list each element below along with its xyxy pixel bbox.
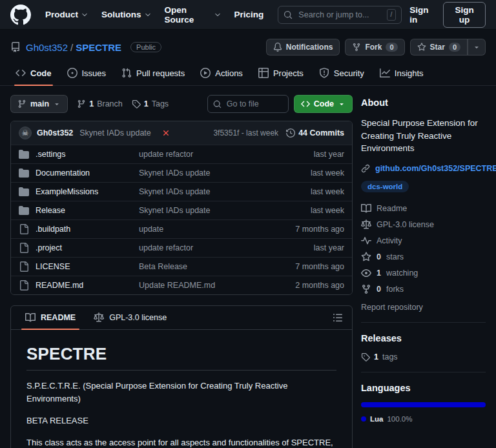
tab-pull-requests[interactable]: Pull requests [114,62,192,85]
search-icon [213,100,222,108]
languages-bar[interactable] [361,402,486,407]
sidebar-meta-gpl-3-0-license[interactable]: GPL-3.0 license [361,218,486,232]
nav-item-solutions[interactable]: Solutions [96,6,157,23]
releases-tags-link[interactable]: 1tags [361,352,486,361]
file-name-link[interactable]: LICENSE [36,262,139,271]
about-title: About [361,97,486,108]
repo-website-link[interactable]: github.com/Gh0st352/SPECTRE [375,164,496,173]
commit-author-avatar[interactable]: ☠ [19,127,32,139]
repo-header: Gh0st352/SPECTRE Public Notifications Fo… [0,30,496,62]
commit-message-link[interactable]: Skynet IADs update [79,128,150,137]
global-search[interactable]: / [278,6,402,24]
file-row-documentation[interactable]: DocumentationSkynet IADs updatelast week [11,163,352,182]
top-navigation: ProductSolutionsOpen SourcePricing / Sig… [0,0,496,30]
file-row-license[interactable]: LICENSEBeta Release7 months ago [11,257,352,276]
file-commit-message[interactable]: Update README.md [139,281,273,290]
file-name-link[interactable]: Release [36,206,139,215]
file-row-examplemissions[interactable]: ExampleMissionsSkynet IADs updatelast we… [11,182,352,201]
notifications-button[interactable]: Notifications [266,39,340,56]
readme-content: SPECTRE S.P.E.C.T.R.E. (Special Purpose … [11,330,352,448]
history-icon [286,128,295,137]
file-commit-message[interactable]: Skynet IADs update [139,206,273,215]
file-commit-message[interactable]: Skynet IADs update [139,187,273,196]
commit-meta: 3f5351f - last week 44 Commits [213,128,344,137]
sign-in-link[interactable]: Sign in [409,5,435,25]
git-pull-request-icon [121,68,132,78]
tab-security[interactable]: Security [311,62,372,85]
code-download-button[interactable]: Code [294,95,353,113]
file-row-settings[interactable]: .settingsupdate refactorlast year [11,145,352,163]
file-name-link[interactable]: .settings [36,150,139,159]
nav-item-open-source[interactable]: Open Source [160,1,227,28]
readme-outline-icon[interactable] [329,310,347,325]
branch-selector-button[interactable]: main [10,95,68,113]
file-commit-message[interactable]: Beta Release [139,262,273,271]
tab-insights[interactable]: Insights [372,62,431,85]
visibility-badge: Public [130,42,161,52]
readme-tab-gpl-3-0-license[interactable]: GPL-3.0 license [85,306,176,329]
readme-tab-bar: READMEGPL-3.0 license [11,306,352,330]
topic-dcs-world[interactable]: dcs-world [361,181,409,192]
fork-count: 0 [386,43,397,52]
file-name-link[interactable]: .buildpath [36,225,139,234]
issue-opened-icon [67,68,78,78]
triangle-down-icon [473,43,480,51]
file-commit-message[interactable]: update refactor [139,243,273,252]
file-name-link[interactable]: ExampleMissions [36,187,139,196]
star-button[interactable]: Star 0 [410,39,468,56]
commit-history-link[interactable]: 44 Commits [286,128,344,137]
primary-nav: ProductSolutionsOpen SourcePricing [40,1,269,28]
tab-code[interactable]: Code [8,62,59,85]
nav-item-product[interactable]: Product [40,6,94,23]
language-item-lua[interactable]: Lua100.0% [361,415,412,423]
sidebar-meta-watching[interactable]: 1watching [361,266,486,280]
file-commit-time: 7 months ago [273,262,344,271]
go-to-file[interactable] [207,95,289,113]
file-rows: .settingsupdate refactorlast yearDocumen… [11,145,352,294]
file-row-project[interactable]: .projectupdate refactorlast year [11,238,352,257]
sidebar-meta-activity[interactable]: Activity [361,234,486,248]
sidebar-meta-stars[interactable]: 0stars [361,250,486,264]
sidebar-meta-forks[interactable]: 0forks [361,282,486,296]
repo-actions: Notifications Fork 0 Star 0 [266,39,486,56]
shield-icon [319,68,329,78]
languages-title: Languages [361,383,486,393]
repo-tab-bar: CodeIssuesPull requestsActionsProjectsSe… [0,62,496,86]
repo-owner-link[interactable]: Gh0st352 [26,42,68,53]
go-to-file-input[interactable] [225,99,283,109]
branches-link[interactable]: 1Branch [77,99,123,108]
repo-name-link[interactable]: SPECTRE [76,42,121,53]
star-dropdown-button[interactable] [468,39,486,56]
sign-up-button[interactable]: Sign up [443,2,486,28]
global-search-input[interactable] [297,10,382,20]
sidebar-meta-readme[interactable]: Readme [361,201,486,216]
tab-actions[interactable]: Actions [192,62,251,85]
file-commit-time: last week [273,187,344,196]
file-row-readme-md[interactable]: README.mdUpdate README.md2 months ago [11,276,352,294]
pulse-icon [361,236,371,246]
tab-issues[interactable]: Issues [59,62,114,85]
tab-projects[interactable]: Projects [251,62,311,85]
tags-link[interactable]: 1Tags [132,99,169,108]
file-commit-message[interactable]: update refactor [139,150,273,159]
file-name-link[interactable]: README.md [36,281,139,290]
status-failure-icon[interactable] [161,128,170,137]
file-row-buildpath[interactable]: .buildpathupdate7 months ago [11,219,352,238]
file-name-link[interactable]: Documentation [36,168,139,178]
file-commit-time: 7 months ago [273,225,344,234]
file-row-release[interactable]: ReleaseSkynet IADs updatelast week [11,201,352,219]
readme-tab-readme[interactable]: README [16,306,85,329]
link-icon [361,164,370,173]
github-logo-icon[interactable] [10,5,31,25]
commit-author-link[interactable]: Gh0st352 [37,128,73,137]
file-commit-message[interactable]: Skynet IADs update [139,168,273,178]
file-commit-message[interactable]: update [139,225,273,234]
file-name-link[interactable]: .project [36,243,139,252]
ref-stats: 1Branch 1Tags [77,99,169,108]
fork-button[interactable]: Fork 0 [345,39,404,56]
report-repository-link[interactable]: Report repository [361,303,486,312]
nav-item-pricing[interactable]: Pricing [229,6,269,23]
search-icon [284,10,293,19]
language-bar-lua[interactable] [361,402,486,407]
commit-sha-time-link[interactable]: 3f5351f - last week [213,128,278,137]
